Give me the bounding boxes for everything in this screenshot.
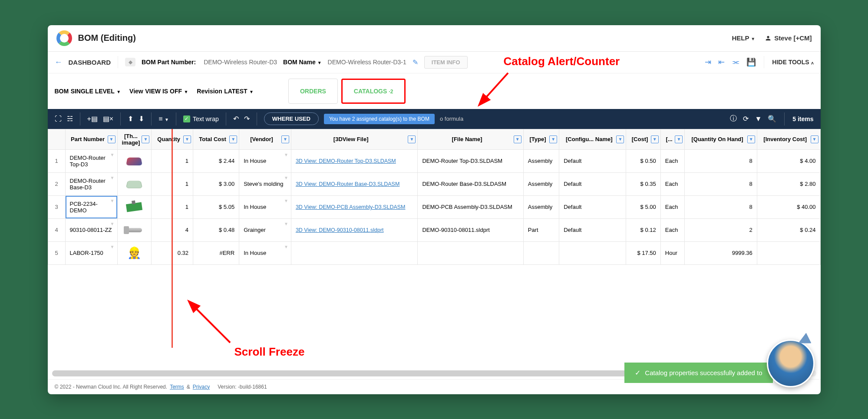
column-filter-icon[interactable]: ▼	[408, 135, 416, 143]
qoh-cell[interactable]: 8	[685, 149, 757, 172]
column-filter-icon[interactable]: ▼	[651, 135, 659, 143]
revision-dropdown[interactable]: Revision LATEST ▼	[197, 87, 254, 95]
part-number-cell[interactable]: DEMO-Router Base-D3▼	[65, 172, 117, 195]
column-header[interactable]: Part Number▼	[65, 129, 117, 149]
table-row[interactable]: 5LABOR-1750▼👷0.32#ERRIn House▼$ 17.50Hou…	[48, 241, 820, 264]
undo-icon[interactable]: ↶	[233, 115, 239, 123]
vendor-cell[interactable]: In House▼	[239, 149, 291, 172]
share-icon[interactable]: ⫘	[732, 58, 739, 67]
column-header[interactable]: [Vendor]▼	[239, 129, 291, 149]
terms-link[interactable]: Terms	[170, 384, 184, 390]
part-number-cell[interactable]: PCB-2234-DEMO▼	[65, 195, 117, 218]
dashboard-link[interactable]: DASHBOARD	[69, 59, 111, 66]
column-filter-icon[interactable]: ▼	[616, 135, 624, 143]
column-filter-icon[interactable]: ▼	[281, 135, 289, 143]
part-number-cell[interactable]: 90310-08011-ZZ▼	[65, 218, 117, 241]
catalogs-tab[interactable]: CATALOGS·2	[341, 79, 406, 104]
topbar: BOM (Editing) HELP ▼ Steve [+CM]	[48, 25, 821, 52]
column-header[interactable]: [Configu... Name]▼	[559, 129, 626, 149]
cost-cell[interactable]: $ 0.12	[626, 218, 660, 241]
vendor-cell[interactable]: Steve's molding▼	[239, 172, 291, 195]
filename-cell: DEMO-PCB Assembly-D3.SLDASM	[418, 195, 523, 218]
cost-cell[interactable]: $ 17.50	[626, 241, 660, 264]
column-header[interactable]: Total Cost▼	[193, 129, 239, 149]
qoh-cell[interactable]: 2	[685, 218, 757, 241]
app-logo	[56, 30, 72, 46]
save-icon[interactable]: 💾	[746, 57, 756, 67]
data-grid[interactable]: Part Number▼[Th... image]▼Quantity▼Total…	[48, 129, 821, 368]
column-header[interactable]: [3DView File]▼	[291, 129, 418, 149]
add-row-icon[interactable]: +▤	[87, 115, 98, 123]
column-filter-icon[interactable]: ▼	[142, 135, 149, 143]
vendor-cell[interactable]: In House▼	[239, 241, 291, 264]
remove-row-icon[interactable]: ▤×	[103, 115, 113, 123]
3dview-cell[interactable]: 3D View: DEMO-PCB Assembly-D3.SLDASM	[291, 195, 418, 218]
table-row[interactable]: 490310-08011-ZZ▼4$ 0.48Grainger▼3D View:…	[48, 218, 820, 241]
column-filter-icon[interactable]: ▼	[183, 135, 191, 143]
qoh-cell[interactable]: 8	[685, 172, 757, 195]
3dview-cell[interactable]: 3D View: DEMO-90310-08011.sldprt	[291, 218, 418, 241]
qoh-cell[interactable]: 9999.36	[685, 241, 757, 264]
filename-cell: DEMO-Router Top-D3.SLDASM	[418, 149, 523, 172]
inventory-cost-cell: $ 2.80	[757, 172, 820, 195]
3dview-cell[interactable]: 3D View: DEMO-Router Base-D3.SLDASM	[291, 172, 418, 195]
import-icon[interactable]: ⇥	[705, 57, 711, 67]
column-filter-icon[interactable]: ▼	[108, 135, 116, 143]
column-filter-icon[interactable]: ▼	[675, 135, 683, 143]
bom-name-dropdown[interactable]: BOM Name ▼	[283, 59, 321, 66]
column-header[interactable]: [Cost]▼	[626, 129, 660, 149]
column-filter-icon[interactable]: ▼	[747, 135, 755, 143]
column-header[interactable]: [...▼	[660, 129, 685, 149]
3dview-cell[interactable]: 3D View: DEMO-Router Top-D3.SLDASM	[291, 149, 418, 172]
back-arrow-icon[interactable]: ←	[55, 58, 63, 67]
table-row[interactable]: 2DEMO-Router Base-D3▼1$ 3.00Steve's mold…	[48, 172, 820, 195]
privacy-link[interactable]: Privacy	[193, 384, 210, 390]
filter-icon[interactable]: ▼	[755, 115, 762, 123]
thumbnail-cell	[117, 195, 152, 218]
move-up-icon[interactable]: ⬆	[128, 115, 133, 123]
vendor-cell[interactable]: Grainger▼	[239, 218, 291, 241]
flat-icon[interactable]: ☵	[67, 115, 73, 123]
move-down-icon[interactable]: ⬇	[139, 115, 144, 123]
cost-cell[interactable]: $ 5.00	[626, 195, 660, 218]
items-count: 5 items	[792, 115, 813, 122]
bom-level-dropdown[interactable]: BOM SINGLE LEVEL ▼	[55, 87, 121, 95]
view-dropdown[interactable]: View VIEW IS OFF ▼	[129, 87, 188, 95]
qoh-cell[interactable]: 8	[685, 195, 757, 218]
part-number-cell[interactable]: LABOR-1750▼	[65, 241, 117, 264]
cost-cell[interactable]: $ 0.35	[626, 172, 660, 195]
column-filter-icon[interactable]: ▼	[549, 135, 557, 143]
3dview-cell[interactable]	[291, 241, 418, 264]
hide-tools-toggle[interactable]: HIDE TOOLS ʌ	[772, 59, 813, 66]
column-header[interactable]: [Type]▼	[523, 129, 559, 149]
column-filter-icon[interactable]: ▼	[229, 135, 237, 143]
column-header[interactable]: [Quantity On Hand]▼	[685, 129, 757, 149]
text-wrap-toggle[interactable]: ✓ Text wrap	[183, 115, 219, 122]
where-used-button[interactable]: WHERE USED	[264, 112, 319, 125]
inventory-cost-cell: $ 4.00	[757, 149, 820, 172]
user-menu[interactable]: Steve [+CM]	[765, 34, 812, 42]
search-icon[interactable]: 🔍	[768, 115, 776, 123]
help-menu[interactable]: HELP ▼	[732, 34, 755, 42]
column-filter-icon[interactable]: ▼	[514, 135, 521, 143]
column-header[interactable]: [File Name]▼	[418, 129, 523, 149]
uom-cell: Each	[660, 149, 685, 172]
table-row[interactable]: 3PCB-2234-DEMO▼1$ 5.05In House▼3D View: …	[48, 195, 820, 218]
column-filter-icon[interactable]: ▼	[811, 135, 818, 143]
table-row[interactable]: 1DEMO-Router Top-D3▼1$ 2.44In House▼3D V…	[48, 149, 820, 172]
part-number-cell[interactable]: DEMO-Router Top-D3▼	[65, 149, 117, 172]
edit-icon[interactable]: ✎	[413, 58, 418, 66]
thumbnail-cell	[117, 218, 152, 241]
orders-tab[interactable]: ORDERS	[288, 79, 338, 104]
info-icon[interactable]: ⓘ	[730, 114, 737, 123]
column-header[interactable]: [Th... image]▼	[117, 129, 152, 149]
cost-cell[interactable]: $ 0.50	[626, 149, 660, 172]
tree-icon[interactable]: ⛶	[55, 115, 62, 123]
redo-icon[interactable]: ↷	[244, 115, 250, 123]
column-header[interactable]: [Inventory Cost]▼	[757, 129, 820, 149]
align-icon[interactable]: ≡ ▼	[158, 115, 169, 123]
export-icon[interactable]: ⇤	[718, 57, 725, 67]
item-info-button[interactable]: ITEM INFO	[424, 56, 468, 69]
refresh-icon[interactable]: ⟳	[743, 115, 749, 123]
vendor-cell[interactable]: In House▼	[239, 195, 291, 218]
